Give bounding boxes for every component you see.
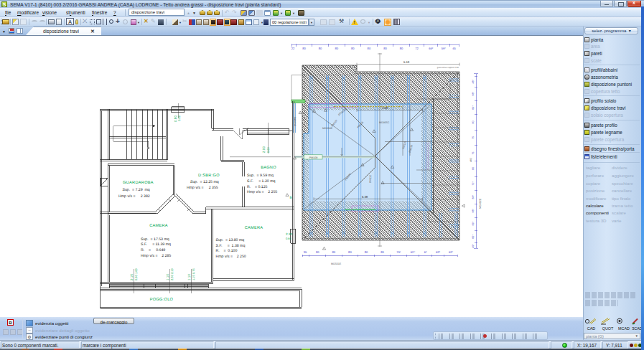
svg-text:80: 80 [302, 47, 306, 50]
svg-text:Hmp v/s = 2 382: Hmp v/s = 2 382 [118, 194, 150, 199]
svg-text:80: 80 [319, 47, 322, 50]
svg-text:R. = 0.100: R. = 0.100 [216, 249, 238, 253]
svg-text:63³: 63³ [472, 222, 475, 226]
svg-text:B: B [290, 196, 292, 199]
svg-text:75: 75 [472, 136, 475, 139]
svg-text:80: 80 [400, 47, 403, 50]
svg-text:GUARDAROBA: GUARDAROBA [123, 181, 154, 185]
svg-text:Sup. = 7.29 mq: Sup. = 7.29 mq [123, 188, 150, 192]
svg-text:80: 80 [472, 167, 475, 170]
svg-text:2.15: 2.15 [130, 274, 134, 280]
svg-text:80: 80 [351, 47, 355, 50]
svg-text:66³: 66³ [472, 92, 475, 96]
svg-text:5.10: 5.10 [403, 60, 410, 64]
svg-text:Hmp v/s = 2 285: Hmp v/s = 2 285 [141, 254, 171, 258]
svg-text:69⁴: 69⁴ [472, 105, 475, 110]
svg-text:75: 75 [472, 152, 475, 155]
svg-text:0.60: 0.60 [286, 237, 292, 240]
svg-text:D:SBR:GO: D:SBR:GO [198, 174, 220, 178]
svg-text:1.15 0.75: 1.15 0.75 [192, 268, 195, 280]
svg-text:46²: 46² [472, 80, 475, 84]
svg-text:80: 80 [348, 250, 352, 254]
svg-text:MG302E: MG302E [479, 198, 482, 209]
svg-text:6.38: 6.38 [362, 195, 368, 199]
svg-text:1.10: 1.10 [166, 274, 169, 280]
svg-text:60⁴: 60⁴ [472, 235, 475, 239]
svg-text:0.60: 0.60 [177, 115, 181, 121]
svg-text:girata senza rapporto 1:50: girata senza rapporto 1:50 [437, 67, 459, 69]
svg-text:MG501E: MG501E [331, 262, 342, 265]
svg-text:66²: 66² [429, 47, 434, 50]
svg-text:72: 72 [415, 47, 419, 50]
svg-text:S.F. = 1.38 mq: S.F. = 1.38 mq [216, 244, 246, 248]
svg-text:6³: 6³ [424, 250, 427, 254]
svg-text:45⁶: 45⁶ [472, 244, 475, 248]
svg-text:62⁷: 62⁷ [449, 250, 454, 254]
svg-text:80: 80 [365, 250, 368, 254]
svg-text:R. = 0.649: R. = 0.649 [141, 248, 165, 252]
svg-text:22: 22 [291, 47, 295, 50]
svg-text:R. = 0.125: R. = 0.125 [247, 185, 268, 189]
svg-text:80: 80 [368, 47, 371, 50]
svg-text:CAMERA: CAMERA [245, 226, 263, 230]
svg-text:MG504E: MG504E [322, 127, 333, 130]
svg-text:S.F. = 1.20 mq: S.F. = 1.20 mq [247, 179, 275, 184]
svg-text:Hmp v/s = 2 255: Hmp v/s = 2 255 [247, 190, 277, 194]
svg-text:S.F. = 11.39 mq: S.F. = 11.39 mq [141, 242, 171, 247]
svg-text:80: 80 [383, 47, 387, 50]
svg-text:Sup. = 17.53 mq: Sup. = 17.53 mq [141, 237, 169, 242]
svg-text:Sup. = 12.25 mq: Sup. = 12.25 mq [190, 180, 219, 184]
svg-text:45: 45 [452, 47, 456, 50]
svg-text:2.50 2.10: 2.50 2.10 [170, 268, 174, 280]
svg-text:62⁴: 62⁴ [411, 250, 416, 254]
svg-text:80: 80 [381, 250, 384, 254]
svg-text:59⁷: 59⁷ [442, 47, 447, 50]
svg-text:80: 80 [472, 121, 475, 124]
svg-text:2.00: 2.00 [262, 146, 266, 153]
svg-text:0.80: 0.80 [174, 115, 177, 122]
svg-text:POGG:OLO: POGG:OLO [150, 298, 174, 302]
svg-text:79¹: 79¹ [396, 250, 401, 254]
svg-text:PM109: PM109 [309, 156, 317, 159]
svg-text:462: 462 [470, 158, 472, 162]
svg-text:62³: 62³ [436, 250, 441, 254]
svg-text:80: 80 [332, 250, 336, 254]
svg-text:80: 80 [335, 47, 338, 50]
svg-text:BAGNO: BAGNO [261, 166, 276, 170]
svg-text:Hmp v/s = 2 250: Hmp v/s = 2 250 [216, 255, 246, 259]
svg-text:72¹: 72¹ [472, 181, 475, 186]
svg-text:66²: 66² [472, 209, 475, 213]
svg-text:Sup. = 9.59 mq: Sup. = 9.59 mq [247, 174, 274, 178]
svg-text:MG305C: MG305C [379, 121, 390, 124]
svg-text:Hmp v/s = 2 355: Hmp v/s = 2 355 [187, 186, 218, 190]
svg-text:Sup. = 13.80 mq: Sup. = 13.80 mq [216, 238, 245, 242]
svg-text:80: 80 [316, 250, 319, 254]
svg-text:3.68: 3.68 [382, 106, 388, 110]
svg-text:PM112: PM112 [369, 175, 372, 183]
svg-text:35: 35 [304, 250, 307, 254]
svg-text:2.30: 2.30 [286, 232, 292, 236]
svg-text:0.60: 0.60 [266, 146, 270, 153]
svg-text:CAMERA: CAMERA [149, 224, 168, 228]
svg-text:68³: 68³ [472, 195, 475, 199]
svg-text:1.10: 1.10 [187, 274, 191, 280]
svg-text:0.60 1.60: 0.60 1.60 [134, 268, 138, 280]
